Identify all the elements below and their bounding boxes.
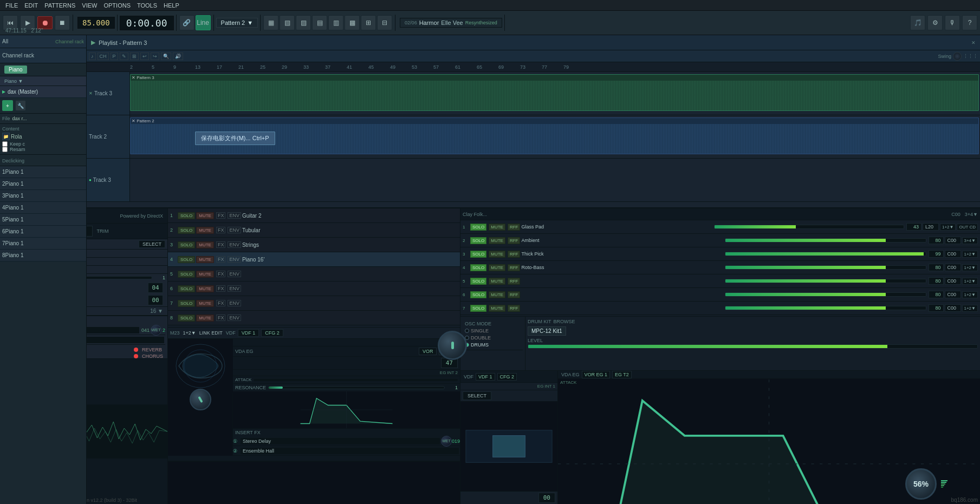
- channel-item-4[interactable]: 4Piano 1: [0, 202, 86, 214]
- synth-track-2[interactable]: 2 SOLO MUTE FX ENV Tubular: [168, 223, 460, 238]
- track-3-content[interactable]: [130, 159, 980, 201]
- metronome-button[interactable]: 🎵: [910, 15, 925, 30]
- right-select-btn[interactable]: SELECT: [463, 391, 491, 400]
- mr-solo-7[interactable]: SOLO: [470, 305, 486, 312]
- mr-rff-7[interactable]: RFF: [508, 305, 521, 312]
- bpm-display[interactable]: 85.000: [77, 17, 115, 29]
- mixer-btn-3[interactable]: ▨: [296, 15, 311, 30]
- osc-main-knob[interactable]: [190, 389, 211, 410]
- fx-btn-2[interactable]: FX: [216, 227, 226, 233]
- mr-mute-1[interactable]: MUTE: [489, 224, 505, 231]
- zoom-circle[interactable]: 56%: [905, 468, 937, 500]
- fx-btn-8[interactable]: FX: [216, 315, 226, 321]
- mute-btn-6[interactable]: MUTE: [196, 285, 214, 292]
- stop-button[interactable]: ⏹: [55, 15, 70, 30]
- mr-solo-5[interactable]: SOLO: [470, 278, 486, 285]
- env-btn-8[interactable]: ENV: [228, 315, 241, 321]
- mute-btn-4[interactable]: MUTE: [196, 256, 214, 263]
- piano-sub-item[interactable]: Piano ▼: [0, 76, 86, 86]
- playlist-zoom-in-icon[interactable]: 🔍: [161, 53, 171, 60]
- fx-btn-4[interactable]: FX: [216, 256, 226, 263]
- mr-pan-5[interactable]: C00: [945, 277, 961, 285]
- vdf-cfg2-display[interactable]: CFG 2: [497, 373, 517, 381]
- osc-drums[interactable]: DRUMS: [465, 342, 521, 348]
- menu-item-edit[interactable]: EDIT: [21, 0, 41, 10]
- fx-btn-6[interactable]: FX: [216, 285, 226, 292]
- fx-btn-7[interactable]: FX: [216, 300, 226, 306]
- mixer-btn-8[interactable]: ⊟: [377, 15, 392, 30]
- env-btn-7[interactable]: ENV: [228, 300, 241, 306]
- mr-pan-4[interactable]: C00: [945, 264, 961, 271]
- mr-pan-3[interactable]: C00: [945, 250, 961, 258]
- mr-level-5[interactable]: 80: [929, 277, 944, 285]
- mr-solo-1[interactable]: SOLO: [470, 224, 486, 231]
- menu-item-view[interactable]: VIEW: [79, 0, 100, 10]
- mixer-btn-6[interactable]: ▩: [345, 15, 360, 30]
- synth-track-3[interactable]: 3 SOLO MUTE FX ENV Strings: [168, 238, 460, 252]
- mr-out1-5[interactable]: 1+2▼: [962, 278, 978, 285]
- mr-out1-6[interactable]: 1+2▼: [962, 291, 978, 298]
- env-btn-6[interactable]: ENV: [228, 285, 241, 292]
- browser-btn[interactable]: BROWSE: [554, 319, 575, 324]
- line-mode-button[interactable]: Line: [196, 15, 211, 30]
- mixer-btn-7[interactable]: ⊞: [361, 15, 376, 30]
- menu-item-options[interactable]: OPTIONS: [100, 0, 134, 10]
- fx-btn-3[interactable]: FX: [216, 241, 226, 248]
- mr-level-4[interactable]: 80: [929, 264, 944, 271]
- keep-checkbox[interactable]: [2, 141, 8, 147]
- drum-kit-name[interactable]: MPC-12 Kit1: [528, 326, 566, 336]
- osc-double[interactable]: DOUBLE: [465, 335, 521, 341]
- synth-track-5[interactable]: 5 SOLO MUTE FX ENV: [168, 267, 460, 282]
- mr-rff-2[interactable]: RFF: [508, 237, 521, 244]
- fx-sd-wet[interactable]: WET: [441, 436, 452, 447]
- solo-btn-3[interactable]: SOLO: [178, 241, 195, 248]
- mr-solo-4[interactable]: SOLO: [470, 264, 486, 271]
- playlist-pat-icon[interactable]: P: [111, 53, 118, 60]
- mr-out1-1[interactable]: 1+2▼: [940, 224, 956, 231]
- mr-out1-7[interactable]: 1+2▼: [962, 305, 978, 312]
- fx-1-wet-knob[interactable]: WET: [151, 325, 161, 336]
- mute-btn-8[interactable]: MUTE: [196, 315, 214, 322]
- mr-out2-1[interactable]: OUT CD: [957, 224, 978, 231]
- channel-item-1[interactable]: 1Piano 1: [0, 166, 86, 178]
- vdf-cfg2[interactable]: CFG 2: [261, 329, 283, 337]
- mr-level-7[interactable]: 80: [929, 304, 944, 312]
- mr-mute-6[interactable]: MUTE: [489, 291, 505, 298]
- menu-item-help[interactable]: HELP: [160, 0, 183, 10]
- mute-btn-3[interactable]: MUTE: [196, 241, 214, 248]
- mr-solo-6[interactable]: SOLO: [470, 291, 486, 298]
- playlist-chan-icon[interactable]: CH: [98, 53, 109, 60]
- channel-item-3[interactable]: 3Piano 1: [0, 190, 86, 202]
- env-btn-5[interactable]: ENV: [228, 271, 241, 277]
- mr-pan-6[interactable]: C00: [945, 291, 961, 298]
- synth-track-6[interactable]: 6 SOLO MUTE FX ENV: [168, 282, 460, 296]
- mr-mute-4[interactable]: MUTE: [489, 264, 505, 271]
- mr-level-3[interactable]: 99: [929, 250, 944, 258]
- add-icon[interactable]: +: [2, 100, 13, 111]
- menu-item-tools[interactable]: TOOLS: [134, 0, 160, 10]
- mute-btn-2[interactable]: MUTE: [196, 227, 214, 234]
- mr-pan-1[interactable]: L20: [923, 223, 939, 231]
- pattern-selector[interactable]: Pattern 2 ▼: [216, 18, 258, 28]
- channel-item-5[interactable]: 5Piano 1: [0, 214, 86, 226]
- mr-level-1[interactable]: 43: [906, 223, 921, 231]
- fx-btn-1[interactable]: FX: [216, 212, 226, 219]
- mute-btn-5[interactable]: MUTE: [196, 271, 214, 278]
- fx-eh-name[interactable]: Ensemble Hall: [241, 448, 459, 454]
- osc-single[interactable]: SINGLE: [465, 328, 521, 333]
- mr-rff-3[interactable]: RFF: [508, 251, 521, 258]
- solo-btn-8[interactable]: SOLO: [178, 315, 195, 322]
- mic-button[interactable]: 🎙: [945, 15, 960, 30]
- mr-out1-3[interactable]: 1+2▼: [962, 251, 978, 258]
- mr-rff-5[interactable]: RFF: [508, 278, 521, 285]
- env-btn-4[interactable]: ENV: [228, 256, 241, 263]
- mr-out1-4[interactable]: 1+2▼: [962, 264, 978, 271]
- synth-track-8[interactable]: 8 SOLO MUTE FX ENV: [168, 311, 460, 325]
- reverb-label[interactable]: REVERB: [142, 347, 162, 352]
- resam-checkbox[interactable]: [2, 147, 8, 152]
- env-btn-3[interactable]: ENV: [228, 241, 241, 248]
- mute-btn-1[interactable]: MUTE: [196, 212, 214, 219]
- mixer-btn-1[interactable]: ▦: [263, 15, 278, 30]
- playlist-volume-icon[interactable]: 🔊: [173, 53, 183, 60]
- magnet-button[interactable]: 🔗: [179, 15, 194, 30]
